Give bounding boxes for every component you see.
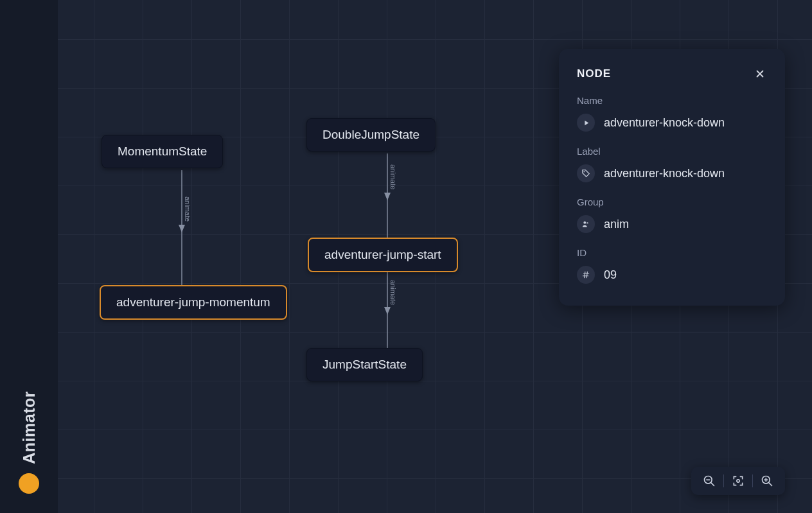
svg-point-2	[587, 222, 588, 224]
node-jump-start-state[interactable]: JumpStartState	[306, 348, 423, 381]
field-id-value: 09	[604, 268, 617, 282]
field-id: ID 09	[577, 247, 767, 284]
field-id-label: ID	[577, 247, 767, 258]
zoom-out-icon	[703, 474, 716, 487]
tag-icon	[577, 164, 595, 182]
node-adventurer-jump-start[interactable]: adventurer-jump-start	[308, 238, 458, 272]
field-group: Group anim	[577, 196, 767, 233]
node-inspector-panel: NODE Name adventurer-knock-down Label ad…	[559, 49, 785, 306]
node-momentum-state[interactable]: MomentumState	[102, 135, 223, 168]
close-icon	[754, 68, 766, 80]
toolbar-separator	[752, 474, 753, 487]
zoom-toolbar	[691, 467, 785, 495]
node-double-jump-state[interactable]: DoubleJumpState	[306, 118, 436, 152]
edge-doublejump-arrow-icon	[384, 193, 391, 200]
edge-label: animate	[389, 164, 397, 189]
svg-point-6	[737, 480, 739, 482]
svg-point-1	[583, 222, 586, 224]
field-label-value: adventurer-knock-down	[604, 167, 725, 180]
close-button[interactable]	[753, 67, 767, 81]
hash-icon	[577, 266, 595, 284]
node-adventurer-jump-momentum[interactable]: adventurer-jump-momentum	[100, 285, 287, 320]
field-label: Label adventurer-knock-down	[577, 146, 767, 182]
toolbar-separator	[723, 474, 724, 487]
focus-icon	[732, 474, 745, 487]
graph-canvas[interactable]: animate animate animate MomentumState Do…	[58, 0, 812, 513]
edge-label: animate	[389, 280, 397, 305]
svg-line-4	[711, 483, 714, 486]
edge-momentum-arrow-icon	[179, 225, 185, 232]
brand-dot-icon	[19, 473, 39, 494]
zoom-in-icon	[761, 474, 773, 487]
sidebar: Animator	[0, 0, 58, 513]
zoom-in-button[interactable]	[758, 472, 776, 490]
field-label-label: Label	[577, 146, 767, 157]
app-title: Animator	[20, 391, 39, 464]
field-name-label: Name	[577, 95, 767, 106]
zoom-out-button[interactable]	[700, 472, 718, 490]
field-group-value: anim	[604, 218, 629, 231]
zoom-fit-button[interactable]	[729, 472, 747, 490]
edge-jumpstart-arrow-icon	[384, 307, 391, 315]
users-icon	[577, 215, 595, 233]
edge-label: animate	[184, 196, 191, 222]
play-icon	[577, 114, 595, 132]
svg-line-8	[769, 483, 772, 486]
field-group-label: Group	[577, 196, 767, 207]
field-name-value: adventurer-knock-down	[604, 116, 725, 130]
field-name: Name adventurer-knock-down	[577, 95, 767, 132]
panel-title: NODE	[577, 67, 611, 80]
svg-point-0	[583, 171, 585, 172]
